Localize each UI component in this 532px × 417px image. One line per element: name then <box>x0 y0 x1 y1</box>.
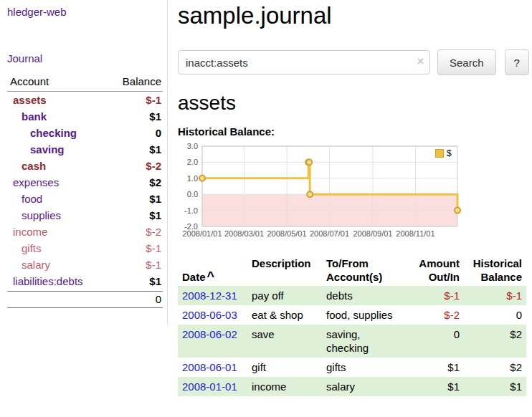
transaction-balance: 0 <box>464 305 526 325</box>
sidebar-account-row: food $1 <box>7 191 163 207</box>
transaction-date-link[interactable]: 2008-06-02 <box>182 328 237 340</box>
account-balance: $1 <box>149 108 161 125</box>
search-button[interactable]: Search <box>437 49 496 75</box>
svg-text:1.0: 1.0 <box>187 174 198 183</box>
sidebar-account-row: saving $1 <box>7 141 163 158</box>
transaction-date-link[interactable]: 2008-06-01 <box>182 361 237 373</box>
page-title: sample.journal <box>178 1 526 30</box>
transaction-description: eat & shop <box>247 305 322 325</box>
sidebar-account-row: expenses $2 <box>7 174 163 191</box>
transaction-accounts: saving, checking <box>322 325 405 358</box>
transaction-amount: $-2 <box>405 305 464 325</box>
transaction-balance: $2 <box>464 358 526 377</box>
legend-series-label: $ <box>447 148 452 158</box>
table-row: 2008-12-31 pay off debts $-1 $-1 <box>178 286 526 305</box>
account-balance: $-1 <box>146 92 161 108</box>
transaction-description: pay off <box>247 286 322 305</box>
search-bar: × Search ? <box>178 49 526 75</box>
account-link-supplies[interactable]: supplies <box>22 207 61 224</box>
sidebar-account-row: income $-2 <box>7 224 163 240</box>
accounts-header-balance: Balance <box>123 75 161 88</box>
account-balance: $-1 <box>146 240 161 257</box>
account-balance: $2 <box>149 174 161 191</box>
table-row: 2008-06-01 gift gifts $1 $2 <box>178 358 526 377</box>
account-balance: $-1 <box>146 257 161 273</box>
account-balance: $-2 <box>146 158 161 174</box>
accounts-tree: assets $-1 bank $1 checking 0 saving $1 … <box>7 92 163 289</box>
header-balance: Historical Balance <box>464 254 526 286</box>
sidebar-account-row: checking 0 <box>7 125 163 141</box>
sidebar-total-row: 0 <box>7 291 163 308</box>
account-link-food[interactable]: food <box>22 191 42 207</box>
account-heading: assets <box>178 92 526 115</box>
transaction-balance: $2 <box>464 325 526 358</box>
svg-text:2008/03/01: 2008/03/01 <box>224 229 264 238</box>
accounts-table-header: Account Balance <box>7 75 163 92</box>
svg-text:0.0: 0.0 <box>187 190 198 198</box>
account-balance: $1 <box>149 191 161 207</box>
svg-text:2008/05/01: 2008/05/01 <box>267 229 306 238</box>
transaction-description: income <box>247 377 322 396</box>
chart-legend: $ <box>433 148 454 159</box>
header-amount: Amount Out/In <box>405 254 464 286</box>
transaction-amount: 0 <box>405 325 464 358</box>
account-link-expenses[interactable]: expenses <box>13 174 59 191</box>
account-link-saving[interactable]: saving <box>30 141 65 158</box>
account-link-cash[interactable]: cash <box>22 158 46 174</box>
header-date-label: Date <box>182 271 206 283</box>
register-table: Date^ Description To/From Account(s) Amo… <box>178 254 526 396</box>
header-date[interactable]: Date^ <box>178 254 247 286</box>
svg-text:2008/07/01: 2008/07/01 <box>310 229 349 238</box>
transaction-amount: $1 <box>405 377 464 396</box>
svg-text:2008/09/01: 2008/09/01 <box>353 229 392 238</box>
transaction-description: save <box>247 325 322 358</box>
app-title-link[interactable]: hledger-web <box>7 6 163 19</box>
transaction-amount: $1 <box>405 358 464 377</box>
transaction-description: gift <box>247 358 322 377</box>
sidebar-account-row: supplies $1 <box>7 207 163 224</box>
header-account: To/From Account(s) <box>322 254 405 286</box>
table-row: 2008-06-03 eat & shop food, supplies $-2… <box>178 305 526 325</box>
help-button[interactable]: ? <box>505 49 529 75</box>
sidebar-account-row: liabilities:debts $1 <box>7 273 163 289</box>
balance-chart: 3.02.01.00.0-1.0-2.02008/01/012008/03/01… <box>178 143 465 243</box>
svg-text:2.0: 2.0 <box>187 158 198 166</box>
svg-text:-1.0: -1.0 <box>184 206 198 215</box>
search-input[interactable] <box>178 50 430 75</box>
sidebar-account-row: assets $-1 <box>7 92 163 108</box>
account-balance: $1 <box>149 207 161 224</box>
account-link-bank[interactable]: bank <box>22 108 47 125</box>
clear-search-icon[interactable]: × <box>417 55 424 68</box>
balance-chart-svg: 3.02.01.00.0-1.0-2.02008/01/012008/03/01… <box>178 143 465 243</box>
account-balance: $1 <box>149 273 161 289</box>
transaction-date-link[interactable]: 2008-12-31 <box>182 289 237 302</box>
account-balance: $1 <box>149 141 161 158</box>
header-description: Description <box>247 254 322 286</box>
sidebar-account-row: cash $-2 <box>7 158 163 174</box>
account-link-salary[interactable]: salary <box>22 257 50 273</box>
transaction-date-link[interactable]: 2008-06-03 <box>182 309 237 321</box>
table-row: 2008-01-01 income salary $1 $1 <box>178 377 526 396</box>
transaction-date-link[interactable]: 2008-01-01 <box>182 380 237 393</box>
svg-text:3.0: 3.0 <box>187 143 198 150</box>
sidebar-account-row: salary $-1 <box>7 257 163 273</box>
account-link-income[interactable]: income <box>13 224 47 240</box>
sidebar-item-journal[interactable]: Journal <box>7 52 163 65</box>
transaction-accounts: food, supplies <box>322 305 405 325</box>
sidebar-account-row: bank $1 <box>7 108 163 125</box>
accounts-header-account: Account <box>10 75 49 88</box>
svg-text:2008/01/01: 2008/01/01 <box>182 229 222 238</box>
account-link-gifts[interactable]: gifts <box>22 240 42 257</box>
account-link-assets[interactable]: assets <box>13 92 47 108</box>
legend-series-swatch <box>435 149 444 158</box>
svg-text:2008/11/01: 2008/11/01 <box>396 229 434 238</box>
account-link-liabilities-debts[interactable]: liabilities:debts <box>13 273 83 289</box>
search-input-wrapper: × <box>178 50 430 75</box>
sidebar-account-row: gifts $-1 <box>7 240 163 257</box>
table-row: 2008-06-02 save saving, checking 0 $2 <box>178 325 526 358</box>
main-content: sample.journal × Search ? assets Histori… <box>168 0 532 396</box>
transaction-balance: $-1 <box>464 286 526 305</box>
transaction-accounts: debts <box>322 286 405 305</box>
account-link-checking[interactable]: checking <box>30 125 77 141</box>
sidebar-total-balance: 0 <box>156 292 161 307</box>
